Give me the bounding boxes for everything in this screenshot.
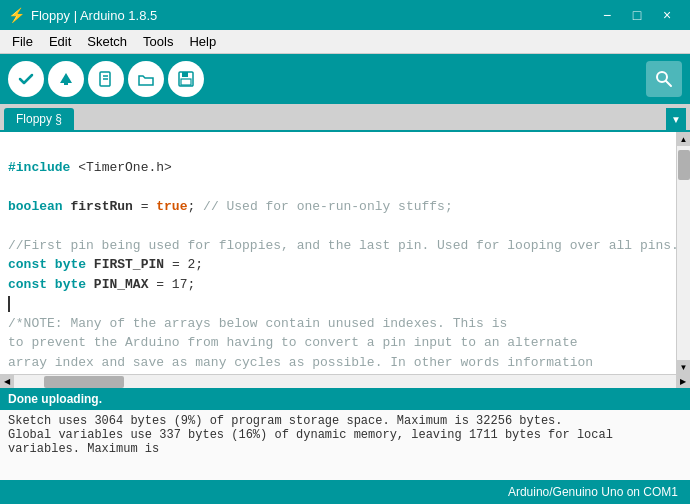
svg-marker-0 (60, 73, 72, 83)
console-status: Done uploading. (8, 392, 102, 406)
editor-scroll-area: #include <TimerOne.h> boolean firstRun =… (0, 132, 690, 374)
menu-sketch[interactable]: Sketch (79, 32, 135, 51)
minimize-button[interactable]: − (592, 1, 622, 29)
editor-container: #include <TimerOne.h> boolean firstRun =… (0, 132, 690, 388)
title-bar: ⚡ Floppy | Arduino 1.8.5 − □ × (0, 0, 690, 30)
app-icon: ⚡ (8, 7, 25, 23)
menu-edit[interactable]: Edit (41, 32, 79, 51)
svg-line-9 (666, 81, 671, 86)
status-bar: Arduino/Genuino Uno on COM1 (0, 480, 690, 504)
horizontal-scrollbar[interactable]: ◀ ▶ (0, 374, 690, 388)
save-button[interactable] (168, 61, 204, 97)
title-bar-controls: − □ × (592, 1, 682, 29)
console-line-2: Global variables use 337 bytes (16%) of … (8, 428, 682, 456)
tab-dropdown-button[interactable]: ▼ (666, 108, 686, 130)
tab-bar: Floppy § ▼ (0, 104, 690, 132)
title-bar-left: ⚡ Floppy | Arduino 1.8.5 (8, 7, 157, 23)
window-title: Floppy | Arduino 1.8.5 (31, 8, 157, 23)
close-button[interactable]: × (652, 1, 682, 29)
svg-rect-7 (181, 79, 191, 85)
menu-tools[interactable]: Tools (135, 32, 181, 51)
menu-bar: File Edit Sketch Tools Help (0, 30, 690, 54)
scroll-right-arrow[interactable]: ▶ (676, 375, 690, 389)
vertical-scrollbar[interactable]: ▲ ▼ (676, 132, 690, 374)
open-button[interactable] (128, 61, 164, 97)
scroll-down-arrow[interactable]: ▼ (677, 360, 691, 374)
tab-label: Floppy § (16, 112, 62, 126)
scroll-track-vertical[interactable] (677, 146, 690, 360)
svg-rect-1 (64, 83, 68, 85)
active-tab[interactable]: Floppy § (4, 108, 74, 130)
scroll-up-arrow[interactable]: ▲ (677, 132, 691, 146)
scroll-left-arrow[interactable]: ◀ (0, 375, 14, 389)
verify-button[interactable] (8, 61, 44, 97)
console-header: Done uploading. (0, 388, 690, 410)
scroll-thumb-horizontal[interactable] (44, 376, 124, 388)
new-button[interactable] (88, 61, 124, 97)
editor-content[interactable]: #include <TimerOne.h> boolean firstRun =… (0, 132, 676, 374)
menu-file[interactable]: File (4, 32, 41, 51)
svg-rect-6 (182, 72, 188, 77)
menu-help[interactable]: Help (181, 32, 224, 51)
search-button[interactable] (646, 61, 682, 97)
console-line-1: Sketch uses 3064 bytes (9%) of program s… (8, 414, 682, 428)
upload-button[interactable] (48, 61, 84, 97)
toolbar (0, 54, 690, 104)
scroll-track-horizontal[interactable] (14, 375, 676, 388)
board-status: Arduino/Genuino Uno on COM1 (508, 485, 678, 499)
scroll-thumb-vertical[interactable] (678, 150, 690, 180)
maximize-button[interactable]: □ (622, 1, 652, 29)
console-output: Sketch uses 3064 bytes (9%) of program s… (0, 410, 690, 480)
